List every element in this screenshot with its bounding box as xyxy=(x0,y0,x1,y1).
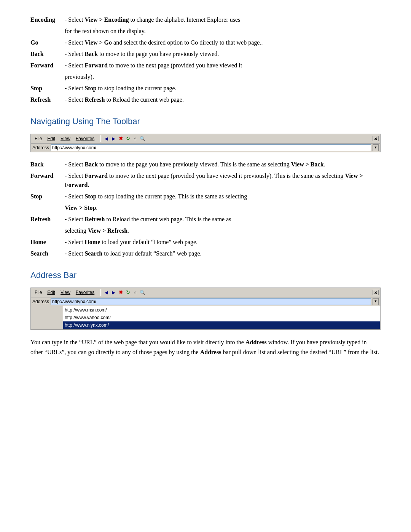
refresh-body-toolbar: - Select Refresh to Reload the current w… xyxy=(65,215,381,224)
forward-continuation-top: previously). xyxy=(65,72,381,81)
dropdown-item-msn[interactable]: http://www.msn.com/ xyxy=(63,306,380,314)
close-button-1[interactable]: ✖ xyxy=(373,136,379,141)
ie-addressbar-2: Address ▼ xyxy=(31,297,380,306)
dropdown-item-nlynx[interactable]: http://www.nlynx.com/ xyxy=(63,321,380,329)
encoding-body: - Select View > Encoding to change the a… xyxy=(65,15,381,24)
dropdown-list-container: http://www.msn.com/ http://www.yahoo.com… xyxy=(63,306,380,329)
ie-toolbar-mockup-1: File Edit View Favorites ◀ ▶ ✖ ↻ ⌂ 🔍 ✖ A… xyxy=(30,134,381,152)
back-body-top: - Select Back to move to the page you ha… xyxy=(65,50,381,59)
refresh-term-top: Refresh xyxy=(30,95,65,104)
address-label-2: Address xyxy=(32,298,49,305)
back-term-top: Back xyxy=(30,50,65,59)
stop-item-top: Stop - Select Stop to stop loading the c… xyxy=(30,84,381,93)
stop-item-toolbar: Stop - Select Stop to stop loading the c… xyxy=(30,192,381,201)
refresh-button-1[interactable]: ↻ xyxy=(124,135,131,142)
encoding-item: Encoding - Select View > Encoding to cha… xyxy=(30,15,381,24)
ie-menu-items-1: File Edit View Favorites xyxy=(32,135,97,142)
file-menu[interactable]: File xyxy=(32,135,44,142)
ie-toolbar-buttons-1: ◀ ▶ ✖ ↻ ⌂ 🔍 xyxy=(103,135,373,142)
refresh-item-toolbar: Refresh - Select Refresh to Reload the c… xyxy=(30,215,381,224)
ie-toolbar-buttons-2: ◀ ▶ ✖ ↻ ⌂ 🔍 xyxy=(103,289,373,296)
forward-button-2[interactable]: ▶ xyxy=(110,289,117,296)
back-button-1[interactable]: ◀ xyxy=(103,135,110,142)
stop-body-toolbar: - Select Stop to stop loading the curren… xyxy=(65,192,381,201)
close-button-2[interactable]: ✖ xyxy=(373,290,379,295)
home-button-1[interactable]: ⌂ xyxy=(132,135,139,142)
search-item-toolbar: Search - Select Search to load your defa… xyxy=(30,249,381,258)
address-bar-section-heading: Address Bar xyxy=(30,269,381,281)
forward-body-toolbar: - Select Forward to move to the next pag… xyxy=(65,171,381,190)
back-item-top: Back - Select Back to move to the page y… xyxy=(30,50,381,59)
home-body-toolbar: - Select Home to load your default “Home… xyxy=(65,238,381,247)
address-dropdown-btn-2[interactable]: ▼ xyxy=(373,298,379,305)
address-label-1: Address xyxy=(32,144,49,151)
home-item-toolbar: Home - Select Home to load your default … xyxy=(30,238,381,247)
go-item: Go - Select View > Go and select the des… xyxy=(30,38,381,47)
forward-button-1[interactable]: ▶ xyxy=(110,135,117,142)
refresh-button-2[interactable]: ↻ xyxy=(124,289,131,296)
refresh-item-top: Refresh - Select Refresh to Reload the c… xyxy=(30,95,381,104)
home-button-2[interactable]: ⌂ xyxy=(132,289,139,296)
encoding-continuation: for the text shown on the display. xyxy=(65,27,381,36)
stop-term-top: Stop xyxy=(30,84,65,93)
refresh-continuation-toolbar: selecting View > Refresh. xyxy=(65,226,381,235)
view-menu-2[interactable]: View xyxy=(58,289,73,296)
favorites-menu-2[interactable]: Favorites xyxy=(73,289,97,296)
dropdown-item-yahoo[interactable]: http://www.yahoo.com/ xyxy=(63,314,380,321)
edit-menu[interactable]: Edit xyxy=(45,135,57,142)
search-body-toolbar: - Select Search to load your default “Se… xyxy=(65,249,381,258)
ie-addressbar-1: Address ▼ xyxy=(31,144,380,152)
address-input-1[interactable] xyxy=(51,144,371,151)
address-bar-paragraph: You can type in the “URL” of the web pag… xyxy=(30,337,381,357)
address-dropdown-list: http://www.msn.com/ http://www.yahoo.com… xyxy=(61,306,380,329)
search-button-1[interactable]: 🔍 xyxy=(139,135,146,142)
edit-menu-2[interactable]: Edit xyxy=(45,289,57,296)
forward-term-toolbar: Forward xyxy=(30,171,65,190)
ie-menubar-2: File Edit View Favorites ◀ ▶ ✖ ↻ ⌂ 🔍 ✖ xyxy=(31,288,380,297)
go-body: - Select View > Go and select the desire… xyxy=(65,38,381,47)
view-menu[interactable]: View xyxy=(58,135,73,142)
toolbar-definitions: Back - Select Back to move to the page y… xyxy=(30,160,381,258)
file-menu-2[interactable]: File xyxy=(32,289,44,296)
back-item-toolbar: Back - Select Back to move to the page y… xyxy=(30,160,381,169)
forward-item-toolbar: Forward - Select Forward to move to the … xyxy=(30,171,381,190)
home-term-toolbar: Home xyxy=(30,238,65,247)
search-button-2[interactable]: 🔍 xyxy=(139,289,146,296)
back-button-2[interactable]: ◀ xyxy=(103,289,110,296)
encoding-term: Encoding xyxy=(30,15,65,24)
go-term: Go xyxy=(30,38,65,47)
encoding-section: Encoding - Select View > Encoding to cha… xyxy=(30,15,381,104)
stop-body-top: - Select Stop to stop loading the curren… xyxy=(65,84,381,93)
stop-continuation-toolbar: View > Stop. xyxy=(65,203,381,212)
address-input-2[interactable] xyxy=(51,298,371,305)
toolbar-section-heading: Navigating Using The Toolbar xyxy=(30,115,381,128)
stop-button-2[interactable]: ✖ xyxy=(117,289,124,296)
forward-term-top: Forward xyxy=(30,61,65,70)
back-body-toolbar: - Select Back to move to the page you ha… xyxy=(65,160,381,169)
stop-button-1[interactable]: ✖ xyxy=(117,135,124,142)
favorites-menu[interactable]: Favorites xyxy=(73,135,97,142)
ie-menubar-1: File Edit View Favorites ◀ ▶ ✖ ↻ ⌂ 🔍 ✖ xyxy=(31,134,380,144)
address-dropdown-btn-1[interactable]: ▼ xyxy=(373,144,379,151)
refresh-term-toolbar: Refresh xyxy=(30,215,65,224)
toolbar-separator-1 xyxy=(100,135,101,142)
forward-body-top: - Select Forward to move to the next pag… xyxy=(65,61,381,70)
stop-term-toolbar: Stop xyxy=(30,192,65,201)
ie-menu-items-2: File Edit View Favorites xyxy=(32,289,97,296)
ie-toolbar-mockup-2: File Edit View Favorites ◀ ▶ ✖ ↻ ⌂ 🔍 ✖ A… xyxy=(30,288,381,330)
refresh-body-top: - Select Refresh to Reload the current w… xyxy=(65,95,381,104)
toolbar-separator-2 xyxy=(100,289,101,296)
search-term-toolbar: Search xyxy=(30,249,65,258)
forward-item-top: Forward - Select Forward to move to the … xyxy=(30,61,381,70)
back-term-toolbar: Back xyxy=(30,160,65,169)
